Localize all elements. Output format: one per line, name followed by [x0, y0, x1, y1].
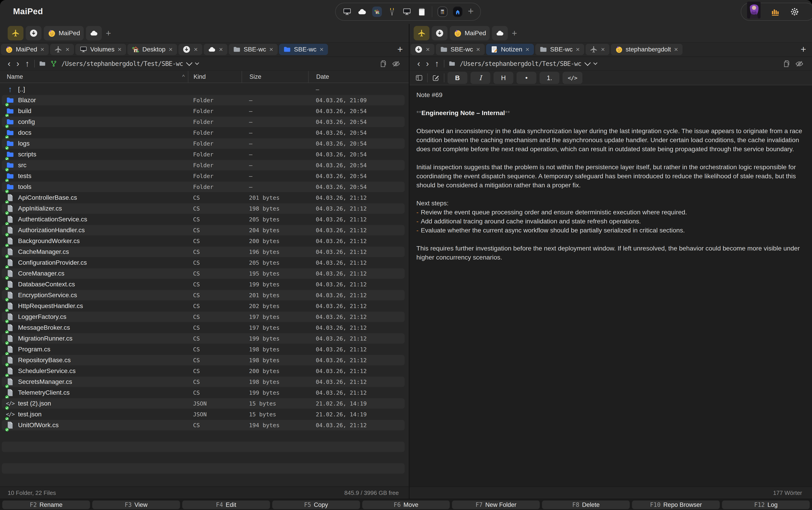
favorite-party-maiped[interactable]: MaiPed	[450, 26, 490, 40]
table-row[interactable]: AuthorizationHandler.csCS204 bytes04.03.…	[0, 225, 409, 235]
table-row[interactable]: RepositoryBase.csCS198 bytes04.03.26, 21…	[0, 355, 409, 366]
close-icon[interactable]: ×	[525, 46, 530, 53]
table-row[interactable]: buildFolder–04.03.26, 20:54	[0, 106, 409, 116]
fn-f3-view-button[interactable]: F3View	[92, 501, 180, 509]
path-text[interactable]: /Users/stephanbergdolt/Test/SBE-wc	[460, 60, 581, 67]
gear-icon[interactable]	[790, 7, 800, 17]
chevron-down-icon[interactable]	[195, 61, 199, 65]
format-•-button[interactable]: •	[516, 72, 536, 84]
fn-f7-new-folder-button[interactable]: F7New Folder	[452, 501, 540, 509]
table-row[interactable]: logsFolder–04.03.26, 20:54	[0, 138, 409, 149]
close-icon[interactable]: ×	[40, 46, 45, 53]
forward-button[interactable]: ›	[16, 59, 20, 68]
favorite-airplane[interactable]	[414, 26, 429, 40]
table-row[interactable]: UnitOfWork.csCS194 bytes04.03.26, 21:12	[0, 420, 409, 431]
favorite-down-circle[interactable]	[432, 26, 448, 40]
favorite-down-circle[interactable]	[26, 26, 41, 40]
format-1.-button[interactable]: 1.	[540, 72, 560, 84]
fn-f10-repo-browser-button[interactable]: F10Repo Browser	[632, 501, 720, 509]
table-row[interactable]: LoggerFactory.csCS197 bytes04.03.26, 21:…	[0, 311, 409, 322]
column-header-size[interactable]: Size	[242, 71, 308, 83]
hidden-files-toggle-icon[interactable]	[392, 59, 400, 68]
forward-button[interactable]: ›	[425, 59, 430, 68]
table-row[interactable]: AppInitializer.csCS198 bytes04.03.26, 21…	[0, 203, 409, 214]
close-icon[interactable]: ×	[674, 46, 679, 53]
tab-notizen[interactable]: Notizen×	[486, 44, 534, 55]
tab-sbe-wc[interactable]: SBE-wc×	[535, 44, 584, 55]
table-row[interactable]: ConfigurationProvider.csCS205 bytes04.03…	[0, 257, 409, 268]
table-row[interactable]: EncryptionService.csCS201 bytes04.03.26,…	[0, 290, 409, 301]
tab-volumes[interactable]: Volumes×	[76, 44, 126, 55]
calculator-icon[interactable]	[438, 6, 447, 17]
new-tab-button[interactable]: +	[395, 44, 405, 55]
tab-sbe-wc[interactable]: SBE-wc×	[229, 44, 278, 55]
close-icon[interactable]: ×	[269, 46, 274, 53]
chevron-down-icon[interactable]	[594, 61, 598, 65]
table-row[interactable]: SchedulerService.csCS200 bytes04.03.26, …	[0, 366, 409, 376]
tab-airplane[interactable]: ×	[50, 44, 74, 55]
tab-sbe-wc[interactable]: SBE-wc×	[436, 44, 485, 55]
tab-down-circle[interactable]: ×	[178, 44, 202, 55]
tab-airplane[interactable]: ×	[585, 44, 609, 55]
table-row[interactable]: ↑[..]–	[0, 84, 409, 95]
format-code-button[interactable]: </>	[563, 72, 582, 84]
favorite-cloud[interactable]	[86, 26, 102, 40]
monitor-icon[interactable]	[342, 6, 352, 17]
compose-note-icon[interactable]	[431, 73, 441, 83]
close-icon[interactable]: ×	[65, 46, 70, 53]
format-italic-button[interactable]: I	[471, 72, 490, 84]
close-icon[interactable]: ×	[117, 46, 122, 53]
fn-f12-log-button[interactable]: F12Log	[722, 501, 810, 509]
avatar[interactable]	[747, 2, 760, 21]
hidden-files-toggle-icon[interactable]	[795, 59, 804, 68]
up-button[interactable]: ↑	[434, 59, 440, 68]
close-icon[interactable]: ×	[218, 46, 223, 53]
table-row[interactable]: configFolder–04.03.26, 20:54	[0, 116, 409, 127]
table-row[interactable]: Program.csCS198 bytes04.03.26, 21:12	[0, 344, 409, 355]
fn-f5-copy-button[interactable]: F5Copy	[272, 501, 360, 509]
table-row[interactable]: ApiControllerBase.csCS201 bytes04.03.26,…	[0, 192, 409, 203]
tab-desktop[interactable]: Desktop×	[127, 44, 177, 55]
close-icon[interactable]: ×	[476, 46, 481, 53]
column-header-name[interactable]: Name ^	[0, 71, 188, 83]
fn-f4-edit-button[interactable]: F4Edit	[182, 501, 270, 509]
back-button[interactable]: ‹	[7, 59, 11, 68]
tab-down-circle[interactable]: ×	[411, 44, 434, 55]
new-tab-button[interactable]: +	[798, 44, 808, 55]
fn-f2-rename-button[interactable]: F2Rename	[2, 501, 90, 509]
path-text[interactable]: /Users/stephanbergdolt/Test/SBE-wc	[61, 60, 183, 67]
table-row[interactable]: DatabaseContext.csCS199 bytes04.03.26, 2…	[0, 279, 409, 290]
table-row[interactable]: </>test (2).jsonJSON15 bytes21.02.26, 14…	[0, 398, 409, 409]
table-row[interactable]: TelemetryClient.csCS199 bytes04.03.26, 2…	[0, 387, 409, 398]
add-app-button[interactable]: +	[468, 6, 474, 18]
close-icon[interactable]: ×	[193, 46, 198, 53]
tab-cloud[interactable]: ×	[204, 44, 228, 55]
table-row[interactable]: toolsFolder–04.03.26, 20:54	[0, 181, 409, 192]
favorite-airplane[interactable]	[8, 26, 24, 40]
favorite-cloud[interactable]	[492, 26, 508, 40]
close-icon[interactable]: ×	[319, 46, 324, 53]
plug-icon[interactable]	[387, 6, 397, 17]
table-row[interactable]: CoreManager.csCS195 bytes04.03.26, 21:12	[0, 268, 409, 279]
chevron-down-icon[interactable]	[584, 60, 591, 66]
table-row[interactable]: MessageBroker.csCS197 bytes04.03.26, 21:…	[0, 322, 409, 333]
table-row[interactable]: </>test.jsonJSON15 bytes21.02.26, 14:19	[0, 409, 409, 420]
chevron-down-icon[interactable]	[186, 60, 192, 66]
column-header-kind[interactable]: Kind	[188, 71, 242, 83]
table-row[interactable]: AuthenticationService.csCS205 bytes04.03…	[0, 214, 409, 225]
column-header-date[interactable]: Date	[308, 71, 409, 83]
tab-sbe-wc[interactable]: SBE-wc×	[279, 44, 328, 55]
copy-path-icon[interactable]	[782, 59, 791, 68]
copy-path-icon[interactable]	[379, 59, 388, 68]
close-icon[interactable]: ×	[600, 46, 605, 53]
close-icon[interactable]: ×	[425, 46, 430, 53]
table-row[interactable]: scriptsFolder–04.03.26, 20:54	[0, 149, 409, 160]
fn-f8-delete-button[interactable]: F8Delete	[542, 501, 630, 509]
format-H-button[interactable]: H	[493, 72, 513, 84]
close-icon[interactable]: ×	[168, 46, 173, 53]
monitor-icon[interactable]	[402, 6, 412, 17]
up-button[interactable]: ↑	[24, 59, 30, 68]
tab-stephanbergdolt[interactable]: stephanbergdolt×	[611, 44, 683, 55]
tab-maiped[interactable]: MaiPed×	[1, 44, 49, 55]
home-app-icon[interactable]	[453, 6, 462, 17]
